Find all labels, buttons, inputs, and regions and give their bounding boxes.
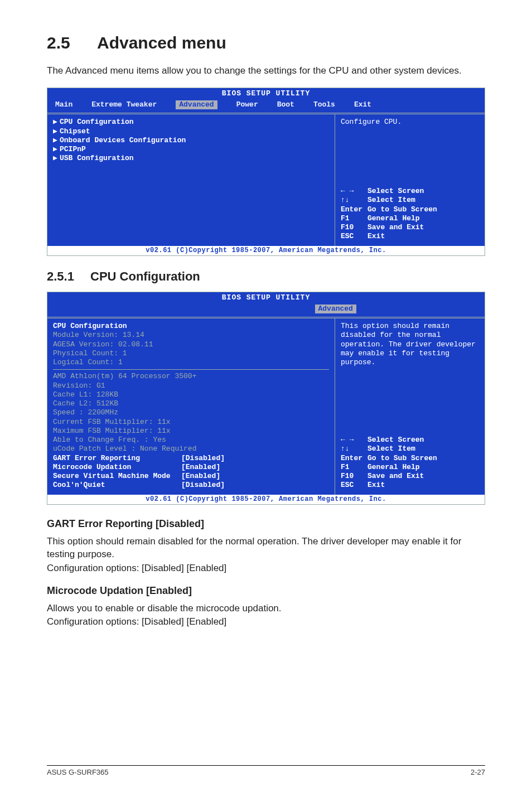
item-chipset[interactable]: ▶Chipset (53, 127, 329, 136)
item-label: Chipset (60, 127, 90, 136)
bios-help-pane: This option should remain disabled for t… (335, 318, 485, 495)
key-arrows-ud-icon: ↑↓ (341, 445, 367, 453)
item-label: Onboard Devices Configuration (60, 136, 186, 144)
cpu-line: Cache L1: 128KB (53, 390, 329, 399)
info-line: AGESA Version: 02.08.11 (53, 340, 329, 349)
bios-help-pane: Configure CPU. ← →Select Screen ↑↓Select… (335, 114, 485, 245)
item-usb-configuration[interactable]: ▶USB Configuration (53, 154, 329, 163)
key-desc: Go to Sub Screen (367, 454, 437, 462)
setting-key: Cool'n'Quiet (53, 481, 181, 490)
cpu-line: Speed : 2200MHz (53, 408, 329, 417)
setting-svm[interactable]: Secure Virtual Machine Mode[Enabled] (53, 472, 329, 481)
subsection-title: CPU Configuration (90, 269, 200, 283)
key-desc: Go to Sub Screen (367, 205, 437, 214)
info-line: Module Version: 13.14 (53, 331, 329, 340)
cpu-line: Revision: G1 (53, 381, 329, 390)
bios-footer: v02.61 (C)Copyright 1985-2007, American … (47, 495, 485, 504)
help-keys: ← →Select Screen ↑↓Select Item EnterGo t… (341, 436, 479, 490)
key-desc: General Help (367, 463, 420, 471)
section-number: 2.5 (47, 33, 97, 52)
item-label: USB Configuration (60, 154, 134, 162)
para-body: This option should remain disabled for t… (47, 535, 485, 561)
cpu-line: Able to Change Freq. : Yes (53, 436, 329, 445)
menu-main[interactable]: Main (55, 100, 72, 109)
help-text: Configure CPU. (341, 118, 479, 127)
setting-key: Secure Virtual Machine Mode (53, 472, 181, 481)
key-esc: ESC (341, 481, 367, 490)
item-pcipnp[interactable]: ▶PCIPnP (53, 145, 329, 154)
para-heading-gart: GART Error Reporting [Disabled] (47, 518, 485, 530)
key-enter: Enter (341, 205, 367, 214)
setting-gart[interactable]: GART Error Reporting[Disabled] (53, 454, 329, 463)
cpu-line: Maximum FSB Multiplier: 11x (53, 427, 329, 436)
bios-title: BIOS SETUP UTILITY (47, 292, 485, 303)
menu-tools[interactable]: Tools (313, 100, 335, 109)
info-line: Logical Count: 1 (53, 358, 329, 367)
para-heading-microcode: Microcode Updation [Enabled] (47, 585, 485, 597)
menu-extreme[interactable]: Extreme Tweaker (91, 100, 157, 109)
key-desc: General Help (367, 214, 420, 223)
key-desc: Exit (367, 232, 385, 240)
key-enter: Enter (341, 454, 367, 463)
item-cpu-configuration[interactable]: ▶CPU Configuration (53, 118, 329, 127)
menu-advanced[interactable]: Advanced (176, 100, 217, 109)
section-title: Advanced menu (97, 33, 226, 52)
item-label: CPU Configuration (60, 118, 134, 126)
submenu-arrow-icon: ▶ (53, 154, 60, 163)
para-opts: Configuration options: [Disabled] [Enabl… (47, 616, 485, 629)
bios-left-pane: CPU Configuration Module Version: 13.14 … (47, 318, 335, 495)
key-arrows-ud-icon: ↑↓ (341, 196, 367, 205)
key-f1: F1 (341, 214, 367, 223)
key-arrows-lr-icon: ← → (341, 187, 367, 196)
setting-coolnquiet[interactable]: Cool'n'Quiet[Disabled] (53, 481, 329, 490)
separator (53, 369, 329, 370)
menu-exit[interactable]: Exit (354, 100, 371, 109)
key-desc: Select Screen (367, 436, 424, 444)
submenu-arrow-icon: ▶ (53, 118, 60, 127)
key-f1: F1 (341, 463, 367, 472)
menu-boot[interactable]: Boot (277, 100, 294, 109)
key-desc: Select Screen (367, 187, 424, 195)
key-desc: Save and Exit (367, 472, 424, 480)
key-desc: Select Item (367, 196, 415, 204)
item-label: PCIPnP (60, 145, 86, 153)
bios-title: BIOS SETUP UTILITY (47, 88, 485, 99)
item-onboard-devices[interactable]: ▶Onboard Devices Configuration (53, 136, 329, 145)
section-intro: The Advanced menu items allow you to cha… (47, 65, 485, 78)
setting-value: [Disabled] (181, 454, 225, 463)
bios-window-cpu-config: BIOS SETUP UTILITY Advanced CPU Configur… (47, 292, 485, 505)
bios-menubar: Advanced (47, 303, 485, 317)
page-footer: ASUS G-SURF365 2-27 (47, 765, 485, 776)
setting-value: [Enabled] (181, 463, 220, 472)
setting-value: [Enabled] (181, 472, 220, 481)
menu-advanced[interactable]: Advanced (315, 305, 356, 313)
footer-left: ASUS G-SURF365 (47, 768, 109, 776)
key-esc: ESC (341, 232, 367, 241)
bios-menubar: Main Extreme Tweaker Advanced Power Boot… (47, 99, 485, 113)
bios-footer: v02.61 (C)Copyright 1985-2007, American … (47, 246, 485, 255)
panel-header: CPU Configuration (53, 322, 329, 331)
submenu-arrow-icon: ▶ (53, 127, 60, 136)
menu-power[interactable]: Power (236, 100, 258, 109)
help-keys: ← →Select Screen ↑↓Select Item EnterGo t… (341, 187, 479, 241)
key-desc: Exit (367, 481, 385, 489)
key-desc: Select Item (367, 445, 415, 453)
setting-microcode[interactable]: Microcode Updation[Enabled] (53, 463, 329, 472)
cpu-line: Cache L2: 512KB (53, 399, 329, 408)
submenu-arrow-icon: ▶ (53, 136, 60, 145)
key-f10: F10 (341, 223, 367, 232)
setting-key: GART Error Reporting (53, 454, 181, 463)
para-opts: Configuration options: [Disabled] [Enabl… (47, 562, 485, 575)
cpu-line: Current FSB Multiplier: 11x (53, 418, 329, 427)
bios-window-advanced: BIOS SETUP UTILITY Main Extreme Tweaker … (47, 88, 485, 256)
key-arrows-lr-icon: ← → (341, 436, 367, 445)
setting-value: [Disabled] (181, 481, 225, 490)
key-f10: F10 (341, 472, 367, 481)
footer-right: 2-27 (471, 768, 485, 776)
para-body: Allows you to enable or disable the micr… (47, 602, 485, 615)
submenu-arrow-icon: ▶ (53, 145, 60, 154)
section-heading: 2.5Advanced menu (47, 33, 485, 52)
key-desc: Save and Exit (367, 223, 424, 231)
info-line: Physical Count: 1 (53, 349, 329, 358)
help-text: This option should remain disabled for t… (341, 322, 479, 367)
